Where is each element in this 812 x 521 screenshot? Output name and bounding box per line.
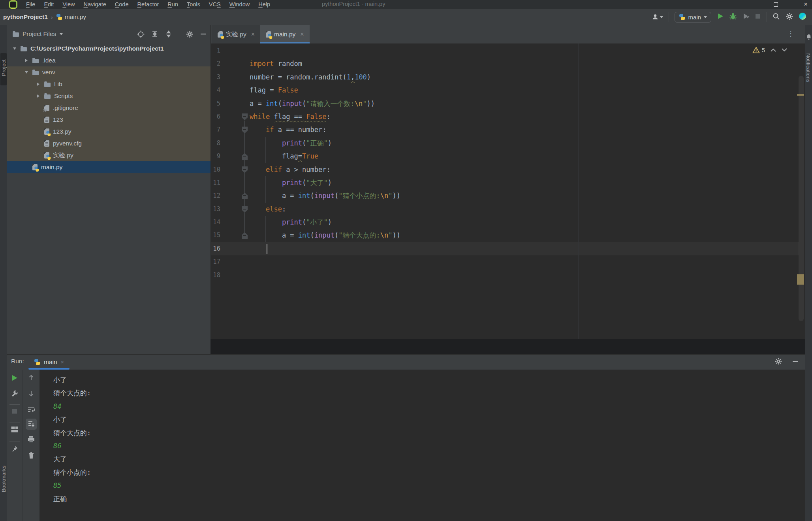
run-panel-settings-gear-icon[interactable] (775, 358, 782, 366)
tab-list-more-icon[interactable]: ⋮ (787, 29, 794, 38)
breadcrumb-file[interactable]: main.py (65, 13, 86, 21)
scroll-to-end-icon[interactable] (28, 421, 35, 429)
run-button[interactable] (717, 13, 724, 21)
hide-run-panel-icon[interactable] (792, 358, 799, 366)
run-with-coverage-button[interactable] (742, 13, 749, 21)
down-stack-trace-icon[interactable] (28, 390, 34, 398)
chevron-collapsed-icon[interactable] (37, 83, 39, 86)
tree-item-c-users-pc-pycharmprojects-pythonproject1[interactable]: C:\Users\PC\PycharmProjects\pythonProjec… (7, 43, 211, 55)
inspections-widget[interactable]: 5 (753, 47, 787, 53)
stripe-button-notifications[interactable]: Notifications (805, 49, 811, 87)
menu-item-help[interactable]: Help (254, 1, 274, 8)
restore-layout-icon[interactable] (11, 427, 18, 434)
chevron-collapsed-icon[interactable] (25, 59, 28, 62)
tree-item-main.py[interactable]: main.py (7, 161, 211, 173)
soft-wrap-icon[interactable] (28, 406, 35, 414)
editor-tab-main[interactable]: main.py × (260, 25, 310, 43)
tree-item-123.py[interactable]: 123.py (7, 126, 211, 138)
chevron-expanded-icon[interactable] (25, 71, 28, 74)
tree-item-123[interactable]: 123 (7, 114, 211, 126)
notification-bell-icon[interactable] (806, 34, 812, 42)
editor-tab-shiyan[interactable]: 实验.py × (212, 25, 260, 43)
stripe-button-project[interactable]: Project (1, 57, 7, 79)
chevron-expanded-icon[interactable] (13, 47, 16, 50)
maximize-button[interactable] (772, 1, 780, 8)
clear-console-trash-icon[interactable] (28, 452, 34, 460)
collapse-all-icon[interactable] (165, 30, 172, 38)
menu-item-vcs[interactable]: VCS (205, 1, 225, 8)
minimize-button[interactable]: — (742, 1, 750, 8)
menu-item-file[interactable]: File (22, 1, 39, 8)
up-stack-trace-icon[interactable] (28, 374, 34, 383)
menu-item-navigate[interactable]: Navigate (79, 1, 111, 8)
menu-item-window[interactable]: Window (225, 1, 254, 8)
pycharm-logo-icon[interactable] (10, 2, 16, 8)
pin-tab-icon[interactable] (11, 445, 18, 454)
tree-item-pyvenv.cfg[interactable]: pyvenv.cfg (7, 138, 211, 149)
tree-item-.idea[interactable]: .idea (7, 55, 211, 66)
stop-button[interactable] (755, 13, 761, 21)
print-icon[interactable] (28, 436, 35, 444)
left-tool-window-stripe: Project Bookmarks Structure (0, 25, 8, 521)
edit-run-configuration-wrench-icon[interactable] (11, 390, 18, 399)
warning-indicator[interactable]: 5 (753, 47, 765, 53)
prev-warning-chevron-icon[interactable] (771, 48, 776, 52)
run-tab-close-icon[interactable]: × (61, 359, 64, 365)
run-tab-main[interactable]: main × (28, 355, 70, 369)
user-account-icon[interactable] (652, 13, 663, 21)
expand-all-icon[interactable] (151, 30, 158, 38)
tree-item-venv[interactable]: venv (7, 66, 211, 78)
tree-item-.gitignore[interactable]: .gitignore (7, 102, 211, 114)
toolbar-divider (669, 12, 669, 22)
fold-expand-marker[interactable] (242, 206, 248, 213)
fold-expand-marker[interactable] (242, 113, 248, 120)
breadcrumb-project[interactable]: pythonProject1 (3, 13, 48, 21)
stripe-button-bookmarks[interactable]: Bookmarks (1, 465, 7, 493)
search-everywhere-icon[interactable] (773, 13, 780, 22)
window-title: pythonProject1 - main.py (322, 1, 385, 7)
chevron-down-icon (660, 16, 663, 18)
tree-item-label: main.py (41, 164, 62, 171)
project-view-mode-select[interactable]: Project Files (13, 30, 63, 38)
file-type-icon (32, 70, 39, 75)
menu-item-run[interactable]: Run (163, 1, 182, 8)
fold-expand-marker[interactable] (242, 126, 248, 133)
python-icon (46, 155, 51, 160)
next-warning-chevron-icon[interactable] (782, 48, 787, 52)
console-output[interactable]: 小了猜个大点的:84小了猜个大点的:86大了猜个小点的:85正确 (39, 370, 805, 521)
hide-panel-icon[interactable] (200, 31, 207, 37)
stop-process-button[interactable] (12, 408, 18, 416)
editor-area: 实验.py × main.py × ⋮ 12345678910111213141… (211, 25, 805, 339)
code-editor[interactable]: 123456789101112131415161718 import rando… (211, 43, 805, 339)
text-caret (267, 244, 267, 254)
line-number: 5 (211, 97, 220, 110)
scrollbar-current-mark (797, 274, 804, 285)
fold-collapse-marker[interactable] (242, 153, 248, 160)
chevron-collapsed-icon[interactable] (37, 94, 39, 98)
tree-item-scripts[interactable]: Scripts (7, 90, 211, 102)
fold-expand-marker[interactable] (242, 166, 248, 173)
fold-collapse-marker[interactable] (242, 193, 248, 199)
menu-item-edit[interactable]: Edit (39, 1, 58, 8)
menu-item-tools[interactable]: Tools (182, 1, 205, 8)
settings-gear-icon[interactable] (786, 13, 793, 22)
debug-button[interactable] (729, 13, 737, 21)
menu-item-code[interactable]: Code (111, 1, 133, 8)
run-configuration-select[interactable]: main (675, 12, 711, 23)
rerun-button[interactable] (11, 374, 18, 383)
run-panel-label: Run: (11, 358, 24, 365)
panel-settings-gear-icon[interactable] (186, 30, 194, 38)
fold-collapse-marker[interactable] (242, 232, 248, 239)
menu-item-refactor[interactable]: Refactor (133, 1, 164, 8)
project-panel-actions (137, 30, 207, 38)
menu-item-view[interactable]: View (58, 1, 79, 8)
tree-item--.py[interactable]: 实验.py (7, 149, 211, 161)
close-button[interactable]: × (802, 1, 810, 8)
tree-item-lib[interactable]: Lib (7, 78, 211, 90)
tab-close-icon[interactable]: × (251, 31, 255, 38)
tab-close-icon[interactable]: × (300, 31, 304, 38)
file-type-icon (44, 140, 49, 147)
pycharm-app-icon[interactable] (799, 12, 806, 22)
locate-file-icon[interactable] (137, 30, 145, 38)
tab-label: 实验.py (226, 30, 246, 39)
